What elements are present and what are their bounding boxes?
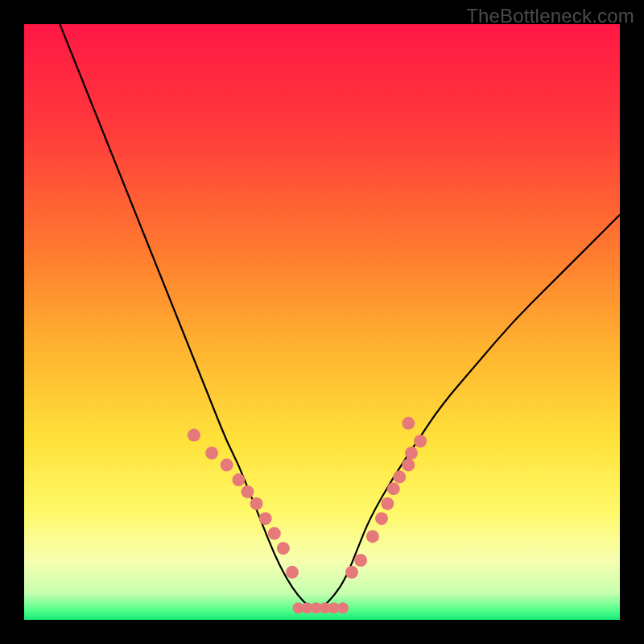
chart-stage: TheBottleneck.com	[0, 0, 644, 644]
watermark-label: TheBottleneck.com	[466, 5, 634, 27]
bottleneck-curve-canvas	[24, 24, 620, 620]
